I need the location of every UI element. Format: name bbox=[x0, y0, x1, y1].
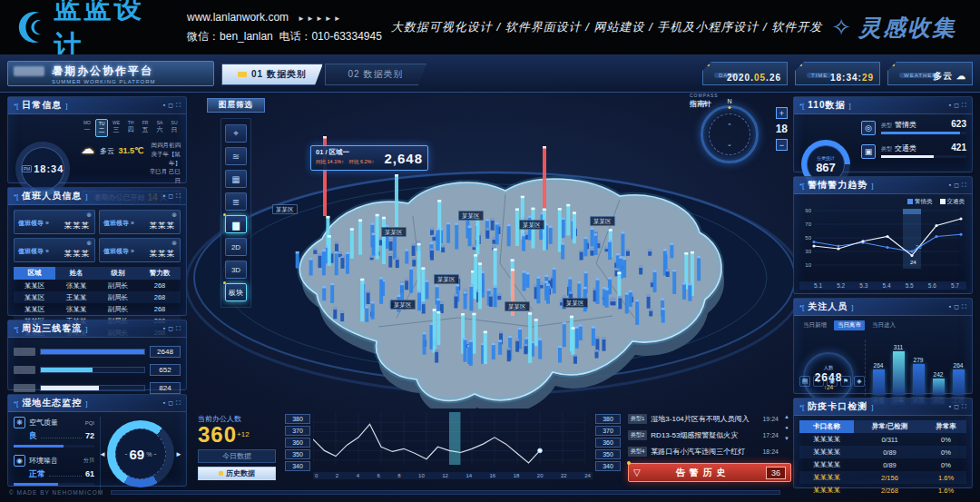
layer-button-view-sector[interactable]: 板块 bbox=[225, 283, 247, 301]
alert-row[interactable]: 类型1湿地3-104片区有不明人员闯入19:24 bbox=[628, 410, 779, 427]
popup-icon[interactable]: ◻ bbox=[954, 182, 959, 189]
mom-value: 6.2%↑ bbox=[360, 159, 374, 164]
y-tick-box: 370 bbox=[595, 426, 621, 436]
table-row[interactable]: 某某某某0/890% bbox=[799, 458, 966, 471]
zoom-out-button[interactable]: − bbox=[776, 139, 788, 151]
history-data-button[interactable]: 历史数据 bbox=[198, 467, 276, 480]
map-region-label[interactable]: 某某区 bbox=[505, 301, 530, 311]
expand-icon[interactable]: ⛶ bbox=[962, 182, 966, 189]
popup-icon[interactable]: ◻ bbox=[954, 303, 959, 310]
gauge-right-arrow[interactable]: ► bbox=[175, 450, 182, 458]
map-region-label[interactable]: 某某区 bbox=[272, 204, 298, 214]
popup-icon[interactable]: ◻ bbox=[168, 325, 173, 332]
stats-layer-icon[interactable]: ▆ bbox=[225, 215, 247, 233]
bar-value-label: 279 bbox=[914, 357, 924, 363]
website-link[interactable]: www.lanlanwork.com bbox=[187, 11, 289, 24]
focus-tool-icon-3[interactable]: ◉ bbox=[827, 376, 838, 387]
table-row[interactable]: 某某区王某某副局长268 bbox=[14, 291, 181, 303]
focus-tool-icon-4[interactable]: ⚑ bbox=[840, 376, 851, 387]
list-layer-icon[interactable]: ≣ bbox=[225, 192, 247, 211]
expand-icon[interactable]: ⛶ bbox=[176, 192, 181, 200]
minimize-icon[interactable]: ▪ bbox=[949, 403, 951, 410]
popup-icon[interactable]: ◻ bbox=[168, 192, 173, 200]
tab-data-category-1[interactable]: 01 数据类别 bbox=[221, 64, 323, 85]
duty-role: 值班领导 » bbox=[18, 248, 49, 254]
expand-icon[interactable]: ⛶ bbox=[962, 403, 966, 410]
focus-tool-icon-5[interactable]: ◈ bbox=[854, 376, 865, 387]
table-row[interactable]: 某某区张某某副局长268 bbox=[14, 280, 181, 291]
eco-item: ◉环境噪音分贝正常61 bbox=[14, 455, 94, 486]
focus-tab[interactable]: 当日进入 bbox=[868, 320, 899, 330]
table-row[interactable]: 某某某某2/2681.6% bbox=[799, 484, 966, 497]
focus-tab[interactable]: 当日离市 bbox=[834, 320, 865, 330]
layer-button-view-2d[interactable]: 2D bbox=[225, 238, 247, 256]
today-data-button[interactable]: 今日数据 bbox=[198, 449, 276, 463]
map-region-label[interactable]: 某某区 bbox=[519, 220, 544, 230]
minimize-icon[interactable]: ▪ bbox=[949, 102, 951, 109]
expand-icon[interactable]: ⛶ bbox=[962, 303, 966, 310]
weekday-cn: 六 bbox=[153, 125, 166, 134]
close-icon[interactable]: ⊗ bbox=[172, 212, 177, 219]
focus-tab[interactable]: 当日新增 bbox=[799, 320, 830, 330]
map-region-label[interactable]: 某某区 bbox=[381, 227, 407, 237]
expand-icon[interactable]: ⛶ bbox=[176, 102, 181, 109]
x-tick-label: 5.5 bbox=[906, 282, 914, 289]
table-cell: 1.6% bbox=[926, 484, 966, 497]
close-icon[interactable]: ⊗ bbox=[86, 240, 92, 247]
bar-rect bbox=[873, 369, 885, 395]
table-row[interactable]: 某某某某0/890% bbox=[799, 446, 966, 458]
alert-row[interactable]: 类型2RD13-53烟感报警疑似火灾17:24 bbox=[628, 427, 779, 443]
table-cell: 副局长 bbox=[97, 280, 139, 291]
expand-icon[interactable]: ⛶ bbox=[176, 325, 181, 332]
alarm-history-banner[interactable]: ▽ 告警历史 36 bbox=[628, 463, 791, 482]
scroll-up-icon[interactable]: ▲ bbox=[784, 414, 789, 419]
minimize-icon[interactable]: ▪ bbox=[163, 102, 165, 109]
focus-tool-icon-2[interactable]: ⌖ bbox=[813, 376, 824, 387]
poi-layer-icon[interactable]: ⌖ bbox=[225, 124, 247, 143]
alert-row[interactable]: 类型4某路口有小汽车违闯三个红灯18:24 bbox=[628, 443, 779, 459]
x-tick-label: 18 bbox=[514, 473, 520, 478]
close-icon[interactable]: ⊗ bbox=[86, 212, 92, 219]
map-region-label[interactable]: 某某区 bbox=[390, 300, 416, 310]
eco-progress-track bbox=[14, 483, 94, 486]
eco-value: 72 bbox=[85, 431, 94, 440]
checkpoint-col-header: 异常率 bbox=[926, 420, 966, 433]
minimize-icon[interactable]: ▪ bbox=[949, 182, 951, 189]
gauge-left-arrow[interactable]: ◄ bbox=[99, 450, 106, 458]
minimize-icon[interactable]: ▪ bbox=[163, 325, 165, 332]
popup-icon[interactable]: ◻ bbox=[954, 102, 959, 109]
panel-checkpoint: *[防疫卡口检测] ▪◻⛶ 卡口名称异常/已检测异常率某某某某0/3110%某某… bbox=[793, 398, 973, 488]
close-icon[interactable]: ⊗ bbox=[172, 240, 177, 247]
popup-icon[interactable]: ◻ bbox=[168, 399, 173, 407]
minimize-icon[interactable]: ▪ bbox=[163, 192, 165, 200]
minimize-icon[interactable]: ▪ bbox=[163, 399, 165, 407]
zoom-in-button[interactable]: + bbox=[776, 107, 788, 119]
map-region-label[interactable]: 某某区 bbox=[563, 298, 588, 308]
focus-tool-icon-1[interactable]: ▤ bbox=[799, 376, 810, 387]
lunar-line: 庚子年【鼠年】 bbox=[149, 150, 181, 168]
tab-data-category-2[interactable]: 02 数据类别 bbox=[325, 64, 426, 85]
inspiration-collect[interactable]: ✧ 灵感收集 bbox=[831, 13, 980, 43]
map-region-label[interactable]: 某某区 bbox=[590, 216, 615, 226]
expand-icon[interactable]: ⛶ bbox=[176, 399, 181, 407]
table-cell: 0/89 bbox=[854, 446, 926, 458]
table-cell: 0% bbox=[926, 446, 966, 458]
scroll-dot-icon[interactable]: ● bbox=[785, 425, 789, 430]
layer-button-view-3d[interactable]: 3D bbox=[225, 261, 247, 279]
focus-bar: 242涉恐 bbox=[930, 340, 946, 405]
bar-value-label: 242 bbox=[934, 371, 944, 378]
duty-col-header: 级别 bbox=[97, 267, 139, 280]
radar-layer-icon[interactable]: ≋ bbox=[225, 147, 247, 165]
table-row[interactable]: 某某某某2/1561.6% bbox=[799, 471, 966, 484]
expand-icon[interactable]: ⛶ bbox=[962, 102, 966, 109]
building-layer-icon[interactable]: ▦ bbox=[225, 170, 247, 188]
popup-icon[interactable]: ◻ bbox=[954, 403, 959, 410]
minimize-icon[interactable]: ▪ bbox=[949, 303, 951, 310]
map-region-label[interactable]: 某某区 bbox=[434, 274, 459, 284]
popup-icon[interactable]: ◻ bbox=[168, 102, 173, 109]
compass-dial[interactable]: N ⌃ ⌄ bbox=[701, 105, 759, 163]
table-row[interactable]: 某某某某0/3110% bbox=[799, 433, 966, 446]
table-row[interactable]: 某某区张某某副局长268 bbox=[14, 303, 181, 315]
scroll-down-icon[interactable]: ▼ bbox=[784, 436, 789, 441]
map-region-label[interactable]: 某某区 bbox=[458, 211, 484, 221]
